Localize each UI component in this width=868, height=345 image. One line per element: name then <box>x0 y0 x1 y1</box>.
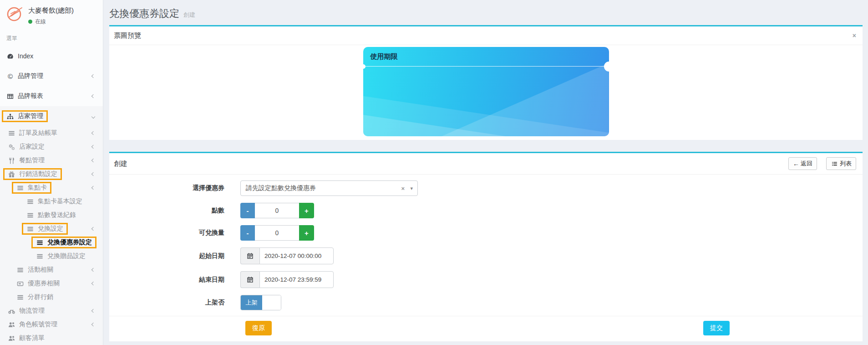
page-subtitle: 創建 <box>183 11 195 19</box>
sidebar-item-content: 兌換贈品設定 <box>36 252 86 260</box>
sidebar-item[interactable]: ©品牌管理 <box>0 66 103 86</box>
sidebar-item[interactable]: 點數發送紀錄 <box>0 208 103 222</box>
sidebar-item-content: 顧客清單 <box>8 334 45 342</box>
sidebar-item-label: 物流管理 <box>19 307 45 315</box>
start-date-input[interactable] <box>259 247 334 264</box>
calendar-icon[interactable] <box>240 247 259 264</box>
sidebar-item[interactable]: 店家設定 <box>0 140 103 154</box>
points-input[interactable] <box>255 203 299 218</box>
sidebar-item-content: 物流管理 <box>8 307 45 315</box>
sidebar-item-label: 集點卡基本設定 <box>38 197 82 206</box>
sidebar-item[interactable]: 兌換優惠券設定 <box>0 236 103 249</box>
sidebar-item[interactable]: 餐點管理 <box>0 154 103 167</box>
online-status-label: 在線 <box>35 18 46 26</box>
bars-icon <box>8 129 15 137</box>
end-date-group <box>240 271 334 288</box>
sidebar-item[interactable]: 顧客清單 <box>0 331 103 345</box>
tutorial-highlight-box: 兌換設定 <box>22 223 68 235</box>
sidebar-item-content: 店家設定 <box>8 143 45 151</box>
sidebar-item[interactable]: 店家管理 <box>0 106 103 126</box>
ticket-header: 使用期限 <box>363 47 609 67</box>
chevron-left-icon <box>91 309 95 313</box>
table-icon <box>6 93 14 100</box>
sidebar-item-label: 兌換贈品設定 <box>47 252 86 260</box>
sidebar-item[interactable]: 物流管理 <box>0 304 103 318</box>
sidebar-item-content: ©品牌管理 <box>6 72 43 80</box>
end-date-input[interactable] <box>259 271 334 288</box>
sidebar-item[interactable]: 訂單及結帳單 <box>0 126 103 140</box>
calendar-icon[interactable] <box>240 271 259 288</box>
back-button-label: 返回 <box>801 160 812 168</box>
sidebar-item[interactable]: 兌換贈品設定 <box>0 249 103 263</box>
menu-section-label: 選單 <box>0 28 103 43</box>
publish-label: 上架否 <box>109 299 224 307</box>
sidebar-item-label: Index <box>18 52 33 60</box>
plus-button[interactable]: + <box>299 225 314 241</box>
sidebar-item-content: 優惠券相關 <box>16 279 60 288</box>
bars-icon <box>26 225 34 232</box>
plus-button[interactable]: + <box>299 203 314 218</box>
sidebar-item-content: 集點卡基本設定 <box>26 197 82 206</box>
sidebar-item-label: 兌換優惠券設定 <box>47 238 92 247</box>
copyright-icon: © <box>6 72 14 80</box>
chevron-left-icon <box>91 159 95 162</box>
create-form: 選擇優惠券 請先設定點數兌換優惠券 × ▾ 點數 - + 可兌換量 - <box>109 175 863 316</box>
sidebar-item[interactable]: Index <box>0 46 103 66</box>
points-stepper: - + <box>240 203 314 218</box>
gears-icon <box>8 143 15 150</box>
create-panel-header: 創建 ← 返回 列表 <box>109 153 863 175</box>
end-date-label: 結束日期 <box>109 276 224 284</box>
minus-button[interactable]: - <box>240 203 255 218</box>
ticket-notch <box>363 64 365 69</box>
sidebar-item[interactable]: 分群行銷 <box>0 290 103 304</box>
chevron-down-icon <box>91 115 95 118</box>
coupon-select-value: 請先設定點數兌換優惠券 <box>246 184 316 192</box>
tutorial-highlight-box: 行銷活動設定 <box>3 168 62 180</box>
sidebar-item-label: 品牌管理 <box>18 72 43 80</box>
users-icon <box>8 335 15 342</box>
sidebar-item[interactable]: 兌換設定 <box>0 222 103 236</box>
bars-icon <box>16 294 24 301</box>
brand-name: 大麥餐飲(總部) <box>28 5 74 15</box>
back-button[interactable]: ← 返回 <box>788 157 817 170</box>
sidebar-item[interactable]: 活動相關 <box>0 263 103 277</box>
brand-status: 在線 <box>28 18 74 26</box>
coupon-select[interactable]: 請先設定點數兌換優惠券 × ▾ <box>240 180 418 196</box>
sidebar-item[interactable]: 優惠券相關 <box>0 277 103 290</box>
bars-icon <box>16 266 24 273</box>
sidebar-item[interactable]: 行銷活動設定 <box>0 167 103 181</box>
list-button[interactable]: 列表 <box>826 157 856 170</box>
submit-button[interactable]: 提交 <box>703 321 730 335</box>
bars-icon <box>16 184 24 191</box>
sidebar-item-label: 活動相關 <box>28 266 53 274</box>
minus-button[interactable]: - <box>240 225 255 241</box>
sidebar-item[interactable]: 集點卡 <box>0 181 103 195</box>
coupon-select-label: 選擇優惠券 <box>109 184 224 192</box>
online-status-icon <box>28 20 32 24</box>
clear-icon[interactable]: × <box>401 185 405 192</box>
create-panel-title: 創建 <box>114 160 127 168</box>
chevron-left-icon <box>91 323 95 326</box>
create-panel-toolbar: ← 返回 列表 <box>788 157 856 170</box>
sidebar-item[interactable]: 集點卡基本設定 <box>0 195 103 208</box>
sidebar-item-label: 品牌報表 <box>18 92 43 100</box>
quantity-input[interactable] <box>255 225 299 241</box>
reset-button[interactable]: 復原 <box>245 321 272 335</box>
start-date-group <box>240 247 334 264</box>
sidebar-item-label: 店家設定 <box>19 143 45 151</box>
sidebar-item-content: 點數發送紀錄 <box>26 211 76 219</box>
chevron-left-icon <box>91 131 95 135</box>
gauge-icon <box>6 52 14 60</box>
publish-toggle[interactable]: 上架 <box>240 295 281 310</box>
sidebar-item-label: 兌換設定 <box>38 225 63 233</box>
list-icon <box>831 160 838 167</box>
sidebar-item[interactable]: 角色帳號管理 <box>0 318 103 331</box>
sidebar-item[interactable]: 品牌報表 <box>0 86 103 106</box>
chevron-left-icon <box>91 145 95 149</box>
arrow-left-icon: ← <box>793 160 799 167</box>
collapse-icon[interactable]: × <box>853 32 856 39</box>
sidebar-item-label: 訂單及結帳單 <box>19 129 57 137</box>
chevron-left-icon <box>91 186 95 190</box>
page-header: 兌換優惠券設定 創建 <box>109 0 863 25</box>
sitemap-icon <box>6 113 14 120</box>
